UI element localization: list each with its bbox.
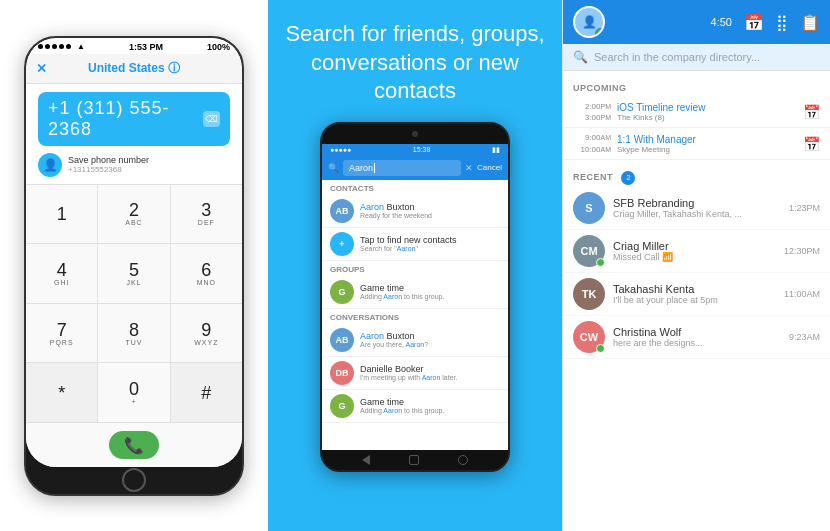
android-item-sub: Adding Aaron to this group. xyxy=(360,293,444,300)
right-contact-item[interactable]: TK Takahashi Kenta I'll be at your place… xyxy=(563,273,830,316)
key-0-alpha: + xyxy=(131,398,136,405)
key-9-alpha: WXYZ xyxy=(194,339,218,346)
right-event-item[interactable]: 9:00AM 10:00AM 1:1 With Manager Skype Me… xyxy=(563,128,830,159)
key-5[interactable]: 5 JKL xyxy=(98,244,169,303)
right-search-placeholder: Search in the company directory... xyxy=(594,51,760,63)
list-item[interactable]: G Game time Adding Aaron to this group. xyxy=(322,276,508,309)
right-event-end-2: 10:00AM xyxy=(580,144,611,155)
right-user-avatar[interactable]: 👤 xyxy=(573,6,605,38)
right-contact-time: 9:23AM xyxy=(789,332,820,342)
list-item[interactable]: G Game time Adding Aaron to this group. xyxy=(322,390,508,423)
avatar: AB xyxy=(330,328,354,352)
android-item-name: Game time xyxy=(360,397,444,407)
key-6-alpha: MNO xyxy=(197,279,216,286)
key-7[interactable]: 7 PQRS xyxy=(26,304,97,363)
android-item-sub: I'm meeting up with Aaron later. xyxy=(360,374,457,381)
right-contact-name: Christina Wolf xyxy=(613,326,781,338)
key-8-num: 8 xyxy=(129,321,139,339)
list-item[interactable]: AB Aaron Buxton Ready for the weekend xyxy=(322,195,508,228)
key-1-num: 1 xyxy=(57,205,67,223)
avatar: CM xyxy=(573,235,605,267)
ios-home-button[interactable] xyxy=(122,468,146,492)
avatar: G xyxy=(330,280,354,304)
key-0[interactable]: 0 + xyxy=(98,363,169,422)
android-list: Contacts AB Aaron Buxton Ready for the w… xyxy=(322,180,508,450)
right-event-text-2: 1:1 With Manager Skype Meeting xyxy=(617,134,797,154)
right-contact-name: Takahashi Kenta xyxy=(613,283,776,295)
grid-icon[interactable]: ⣿ xyxy=(776,13,788,32)
right-contact-item[interactable]: CW Christina Wolf here are the designs..… xyxy=(563,316,830,359)
android-recents-button[interactable] xyxy=(458,455,468,465)
android-search-clear-button[interactable]: ✕ xyxy=(465,163,473,173)
right-event-start-1: 2:00PM xyxy=(585,101,611,112)
list-item[interactable]: + Tap to find new contacts Search for "A… xyxy=(322,228,508,261)
key-6[interactable]: 6 MNO xyxy=(171,244,242,303)
key-9[interactable]: 9 WXYZ xyxy=(171,304,242,363)
key-8-alpha: TUV xyxy=(125,339,142,346)
android-item-sub: Are you there, Aaron? xyxy=(360,341,428,348)
ios-clear-button[interactable]: ⌫ xyxy=(203,111,220,127)
right-status-bar-time: 4:50 xyxy=(711,16,732,28)
right-event-times-1: 2:00PM 3:00PM xyxy=(573,101,611,123)
android-search-bar: 🔍 Aaron ✕ Cancel xyxy=(322,156,508,180)
right-contact-sub: Missed Call 📶 xyxy=(613,252,776,262)
right-search-bar[interactable]: 🔍 Search in the company directory... xyxy=(563,44,830,71)
contact-online-indicator xyxy=(596,344,605,353)
key-2[interactable]: 2 ABC xyxy=(98,185,169,244)
contacts-icon[interactable]: 📋 xyxy=(800,13,820,32)
android-section-groups: Groups xyxy=(322,261,508,276)
android-item-text: Aaron Buxton Ready for the weekend xyxy=(360,202,432,219)
calendar-icon[interactable]: 📅 xyxy=(744,13,764,32)
android-back-button[interactable] xyxy=(362,455,370,465)
key-star[interactable]: * xyxy=(26,363,97,422)
ios-signal-dots: ▲ xyxy=(38,42,85,51)
right-avatar-initials: 👤 xyxy=(582,15,597,29)
left-panel: ▲ 1:53 PM 100% ✕ United States ⓘ +1 (311… xyxy=(0,0,268,531)
right-contact-sub: here are the designs... xyxy=(613,338,781,348)
key-1[interactable]: 1 xyxy=(26,185,97,244)
key-3[interactable]: 3 DEF xyxy=(171,185,242,244)
right-contact-time: 1:23PM xyxy=(789,203,820,213)
android-item-sub: Ready for the weekend xyxy=(360,212,432,219)
android-screen: ●●●●● 15:38 ▮▮ 🔍 Aaron ✕ Cancel Contacts… xyxy=(322,144,508,450)
right-event-calendar-icon-1: 📅 xyxy=(803,104,820,120)
android-item-name: Aaron Buxton xyxy=(360,331,428,341)
right-event-calendar-icon-2: 📅 xyxy=(803,136,820,152)
right-contact-item[interactable]: CM Criag Miller Missed Call 📶 12:30PM xyxy=(563,230,830,273)
ios-close-button[interactable]: ✕ xyxy=(36,61,47,76)
dot4 xyxy=(59,44,64,49)
android-cursor xyxy=(374,163,375,173)
android-search-input[interactable]: Aaron xyxy=(343,160,461,176)
right-contact-info: Christina Wolf here are the designs... xyxy=(613,326,781,348)
key-2-num: 2 xyxy=(129,201,139,219)
right-contact-name: SFB Rebranding xyxy=(613,197,781,209)
android-search-query: Aaron xyxy=(349,163,373,173)
ios-phone-input-area: +1 (311) 555-2368 ⌫ 👤 Save phone number … xyxy=(26,84,242,184)
android-cancel-button[interactable]: Cancel xyxy=(477,163,502,172)
right-event-title-2: 1:1 With Manager xyxy=(617,134,797,145)
right-upcoming-label: UPCOMING xyxy=(573,83,627,93)
key-8[interactable]: 8 TUV xyxy=(98,304,169,363)
android-bottom-nav xyxy=(322,450,508,470)
android-home-button[interactable] xyxy=(409,455,419,465)
android-item-name: Tap to find new contacts xyxy=(360,235,457,245)
ios-battery: 100% xyxy=(207,42,230,52)
right-contact-item[interactable]: S SFB Rebranding Criag Miller, Takahashi… xyxy=(563,187,830,230)
avatar: CW xyxy=(573,321,605,353)
android-battery-icon: ▮▮ xyxy=(492,146,500,154)
android-item-text: Tap to find new contacts Search for "Aar… xyxy=(360,235,457,252)
right-contact-time: 11:00AM xyxy=(784,289,820,299)
right-contact-info: SFB Rebranding Criag Miller, Takahashi K… xyxy=(613,197,781,219)
right-event-item[interactable]: 2:00PM 3:00PM iOS Timeline review The Ki… xyxy=(563,97,830,128)
ios-call-button[interactable]: 📞 xyxy=(109,431,159,459)
key-7-alpha: PQRS xyxy=(50,339,74,346)
list-item[interactable]: AB Aaron Buxton Are you there, Aaron? xyxy=(322,324,508,357)
key-hash[interactable]: # xyxy=(171,363,242,422)
ios-save-contact-row[interactable]: 👤 Save phone number +13115552368 xyxy=(38,150,230,180)
key-4[interactable]: 4 GHI xyxy=(26,244,97,303)
ios-status-bar: ▲ 1:53 PM 100% xyxy=(26,38,242,54)
list-item[interactable]: DB Danielle Booker I'm meeting up with A… xyxy=(322,357,508,390)
right-contact-name: Criag Miller xyxy=(613,240,776,252)
android-item-text: Game time Adding Aaron to this group. xyxy=(360,283,444,300)
key-4-alpha: GHI xyxy=(54,279,69,286)
